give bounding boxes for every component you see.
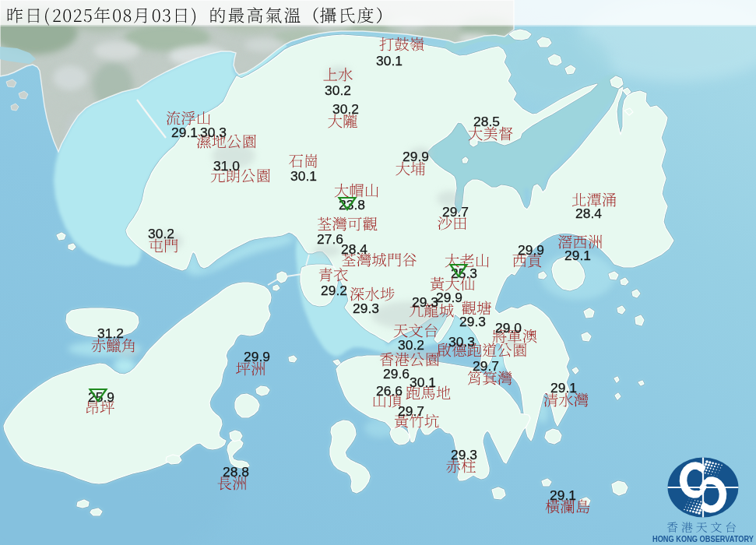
svg-text:29.1: 29.1 [564,248,591,263]
svg-text:28.4: 28.4 [575,206,602,221]
svg-text:29.1: 29.1 [171,125,198,140]
svg-text:30.2: 30.2 [148,226,174,241]
svg-text:23.8: 23.8 [339,197,365,213]
svg-text:29.3: 29.3 [459,314,486,329]
svg-text:29.7: 29.7 [442,204,469,220]
svg-text:26.6: 26.6 [376,383,403,399]
svg-text:30.2: 30.2 [325,83,351,98]
svg-text:29.7: 29.7 [398,403,424,419]
svg-text:30.3: 30.3 [200,125,227,140]
svg-text:27.6: 27.6 [317,231,343,247]
svg-text:30.2: 30.2 [332,101,359,117]
svg-text:31.0: 31.0 [213,158,240,174]
svg-text:31.2: 31.2 [97,325,124,341]
svg-text:30.2: 30.2 [398,337,424,353]
svg-text:29.9: 29.9 [518,242,544,258]
svg-text:29.1: 29.1 [550,380,577,396]
svg-text:29.0: 29.0 [495,320,522,336]
svg-text:29.3: 29.3 [451,447,477,462]
svg-text:30.1: 30.1 [376,53,403,69]
svg-text:29.6: 29.6 [383,366,410,382]
svg-text:HONG KONG OBSERVATORY: HONG KONG OBSERVATORY [652,534,754,543]
svg-text:29.1: 29.1 [550,487,576,503]
svg-text:28.5: 28.5 [473,114,500,129]
svg-text:28.4: 28.4 [341,241,367,257]
svg-text:29.9: 29.9 [244,349,270,364]
svg-text:29.3: 29.3 [353,301,379,316]
svg-text:29.3: 29.3 [412,294,438,310]
svg-text:29.7: 29.7 [473,358,499,374]
svg-text:30.1: 30.1 [410,374,436,390]
svg-text:29.2: 29.2 [321,283,347,298]
svg-text:30.1: 30.1 [290,168,317,184]
svg-text:30.3: 30.3 [448,334,475,350]
svg-text:29.9: 29.9 [436,290,462,305]
svg-text:29.9: 29.9 [403,149,429,164]
svg-text:28.8: 28.8 [223,464,249,480]
